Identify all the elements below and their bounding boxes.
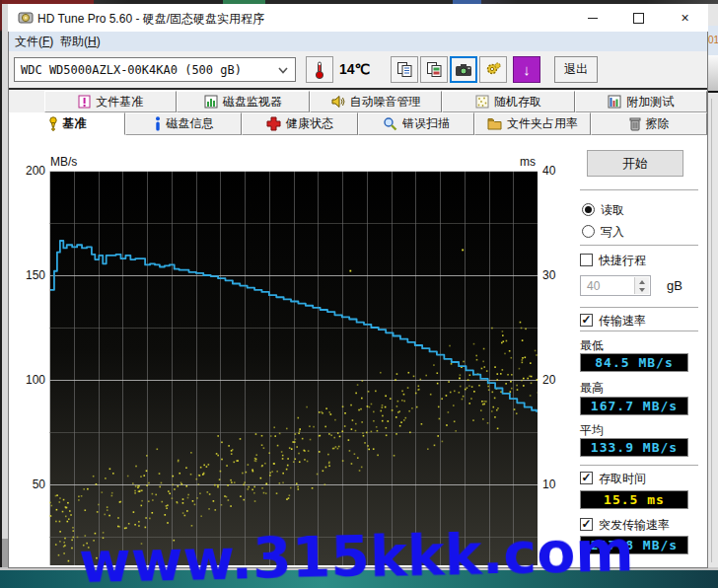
tab-disk-monitor[interactable]: 磁盘监视器: [177, 91, 309, 112]
left-tick-200: 200: [16, 164, 45, 178]
tab-benchmark[interactable]: 基准: [9, 112, 125, 135]
short-stroke-label: 快捷行程: [599, 253, 646, 269]
panel-divider: [580, 331, 698, 331]
speaker-icon: [331, 95, 345, 109]
menu-file-close: ): [49, 35, 53, 48]
access-time-checkbox[interactable]: ✓: [580, 472, 593, 484]
tab-label: 文件夹占用率: [507, 115, 578, 132]
exit-button[interactable]: 退出: [554, 56, 598, 83]
left-tick-50: 50: [16, 478, 45, 491]
tab-erase[interactable]: 擦除: [591, 112, 707, 135]
background-right-scrollbar: [711, 99, 712, 562]
read-label: 读取: [601, 202, 624, 219]
info-icon: [154, 116, 162, 131]
screenshot-button[interactable]: [450, 56, 477, 83]
benchmark-chart: [49, 171, 538, 565]
copy-image-button[interactable]: [420, 56, 448, 83]
menu-file[interactable]: 文件(F): [15, 34, 53, 50]
menu-file-text: 文件(: [15, 35, 42, 48]
menu-help-close: ): [97, 35, 101, 48]
capacity-spinner[interactable]: 40: [580, 275, 651, 296]
extra-tests-icon: [608, 95, 621, 109]
menu-help-key: H: [88, 35, 97, 48]
options-button[interactable]: [479, 56, 507, 83]
right-tick-10: 10: [542, 478, 566, 491]
window-title: HD Tune Pro 5.60 - 硬盘/固态硬盘实用程序: [37, 11, 264, 28]
capacity-value: 40: [587, 279, 600, 293]
gear-icon: [485, 61, 502, 78]
tab-label: 错误扫描: [402, 115, 450, 132]
down-arrow-icon: ↓: [523, 61, 531, 78]
write-radio[interactable]: [582, 225, 595, 238]
down-arrow-icon: [639, 288, 645, 292]
minimize-button[interactable]: [570, 4, 614, 32]
tab-row-upper: 文件基准 磁盘监视器 自动噪音管理 随机存取: [44, 91, 707, 112]
maximize-button[interactable]: [616, 4, 661, 32]
watermark-text: www.315kkk.com: [78, 518, 634, 588]
average-label: 平均: [580, 422, 604, 439]
copy-icon: [396, 61, 413, 78]
access-time-display: 15.5 ms: [580, 490, 688, 509]
panel-divider: [580, 189, 698, 190]
tab-label: 擦除: [646, 115, 670, 132]
right-axis-unit: ms: [520, 155, 536, 169]
maximize-icon: [633, 13, 644, 24]
close-button[interactable]: ×: [663, 4, 707, 32]
tab-extra-tests[interactable]: 附加测试: [575, 91, 707, 112]
minimize-icon: [588, 18, 598, 19]
access-time-label: 存取时间: [599, 471, 646, 487]
right-tick-30: 30: [542, 268, 566, 282]
trash-icon: [629, 116, 641, 131]
tab-folder-usage[interactable]: 文件夹占用率: [474, 112, 591, 135]
drive-name: WDC WD5000AZLX-00K4KA0 (500 gB): [21, 63, 242, 77]
temperature-button[interactable]: [306, 56, 333, 83]
tab-label: 健康状态: [286, 115, 333, 132]
minimum-value-display: 84.5 MB/s: [580, 353, 688, 372]
tab-error-scan[interactable]: 错误扫描: [358, 112, 474, 135]
menu-bar: 文件(F) 帮助(H): [9, 32, 707, 51]
read-radio[interactable]: [582, 203, 595, 216]
maximum-label: 最高: [580, 380, 604, 397]
start-button[interactable]: 开始: [587, 150, 683, 177]
tab-file-benchmark[interactable]: 文件基准: [44, 91, 177, 112]
maximum-value-display: 167.7 MB/s: [580, 397, 688, 415]
menu-help-text: 帮助(: [60, 35, 88, 48]
tab-disk-info[interactable]: 磁盘信息: [125, 112, 242, 135]
file-benchmark-icon: [78, 95, 91, 109]
panel-divider: [580, 307, 698, 308]
tab-label: 磁盘监视器: [223, 94, 282, 110]
thermometer-icon: [314, 60, 325, 80]
copy-button[interactable]: [391, 56, 418, 83]
average-value-display: 133.9 MB/s: [580, 438, 688, 457]
update-button[interactable]: ↓: [513, 56, 540, 83]
panel-divider: [580, 465, 698, 466]
random-access-icon: [475, 95, 489, 109]
background-right-divider: [708, 91, 718, 93]
tab-label: 基准: [63, 115, 87, 132]
minimum-label: 最低: [580, 337, 604, 354]
app-icon: [18, 10, 34, 26]
write-label: 写入: [601, 224, 624, 241]
tab-random-access[interactable]: 随机存取: [442, 91, 574, 112]
background-right-gradient: [708, 55, 718, 91]
up-arrow-icon: [639, 280, 645, 284]
background-right-text: 01: [708, 26, 718, 55]
tab-health[interactable]: 健康状态: [242, 112, 358, 135]
menu-help[interactable]: 帮助(H): [60, 34, 101, 50]
right-tick-20: 20: [542, 373, 566, 387]
benchmark-icon: [48, 116, 58, 131]
capacity-unit: gB: [667, 278, 682, 293]
short-stroke-checkbox[interactable]: [580, 254, 593, 266]
tab-row-lower: 基准 磁盘信息 健康状态 错误扫描: [9, 112, 707, 135]
transfer-rate-checkbox[interactable]: ✓: [580, 314, 593, 327]
tab-aam[interactable]: 自动噪音管理: [310, 91, 442, 112]
transfer-rate-label: 传输速率: [599, 313, 646, 330]
panel-divider: [580, 245, 698, 246]
health-cross-icon: [266, 116, 281, 131]
copy-image-icon: [426, 61, 443, 78]
tab-label: 附加测试: [626, 94, 674, 110]
drive-selector[interactable]: WDC WD5000AZLX-00K4KA0 (500 gB): [14, 57, 296, 82]
camera-icon: [455, 63, 472, 77]
spinner-down-button[interactable]: [634, 285, 649, 294]
right-tick-40: 40: [542, 164, 566, 178]
